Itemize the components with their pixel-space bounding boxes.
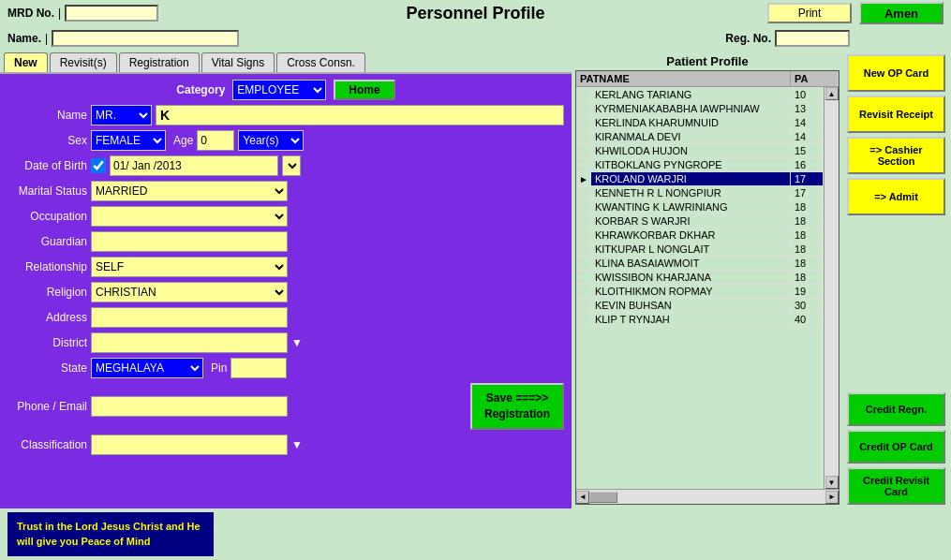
mrd-label: MRD No. (7, 7, 54, 20)
religion-select[interactable]: CHRISTIAN HINDU MUSLIM (91, 282, 288, 302)
credit-regn-button[interactable]: Credit Regn. (847, 392, 945, 426)
table-row[interactable]: KEVIN BUHSAN30 (577, 299, 824, 313)
religion-label: Religion (7, 286, 87, 299)
dob-label: Date of Birth (7, 159, 87, 172)
patient-profile-title: Patient Profile (575, 54, 840, 68)
table-row[interactable]: KLOITHIKMON ROPMAY19 (577, 285, 824, 299)
district-arrow: ▼ (291, 336, 303, 349)
occupation-select[interactable] (91, 206, 288, 227)
hscroll-right[interactable]: ► (825, 491, 839, 504)
table-row[interactable]: KLINA BASAIAWMOIT18 (577, 257, 824, 271)
credit-op-card-button[interactable]: Credit OP Card (847, 430, 945, 464)
table-row[interactable]: KORBAR S WARJRI18 (577, 214, 824, 228)
phone-label: Phone / Email (7, 400, 87, 413)
category-select[interactable]: EMPLOYEE PATIENT (232, 80, 326, 100)
name-field-label: Name (7, 109, 87, 122)
sex-label: Sex (7, 134, 87, 147)
tab-cross-consn[interactable]: Cross Consn. (276, 52, 365, 72)
relationship-select[interactable]: SELF FATHER MOTHER SPOUSE (91, 257, 288, 277)
table-row[interactable]: KENNETH R L NONGPIUR17 (577, 186, 824, 200)
district-input[interactable] (91, 332, 288, 353)
admit-button[interactable]: => Admit (847, 178, 945, 215)
name-separator: | (45, 32, 48, 45)
relationship-label: Relationship (7, 260, 87, 273)
mrd-input[interactable] (65, 5, 158, 22)
name-label: Name. (7, 32, 41, 45)
guardian-label: Guardian (7, 235, 87, 248)
credit-revisit-card-button[interactable]: Credit Revisit Card (847, 467, 945, 505)
classification-arrow: ▼ (291, 438, 303, 451)
col-pa: PA (791, 71, 824, 86)
sex-select[interactable]: FEMALE MALE (91, 130, 166, 151)
table-row[interactable]: KITBOKLANG PYNGROPE16 (577, 158, 824, 172)
state-label: State (7, 361, 87, 375)
reg-input[interactable] (775, 30, 850, 47)
district-label: District (7, 336, 87, 349)
dob-select[interactable] (282, 155, 301, 176)
scrollbar-down[interactable]: ▼ (825, 476, 839, 489)
patient-table-scroll: KERLANG TARIANG10KYRMENIAKABABHA IAWPHNI… (576, 87, 824, 489)
tab-registration[interactable]: Registration (119, 52, 200, 72)
table-row[interactable]: KHRAWKORBAR DKHAR18 (577, 228, 824, 243)
table-row[interactable]: KIRANMALA DEVI14 (577, 130, 824, 144)
age-label: Age (173, 134, 193, 147)
tab-revisit[interactable]: Revisit(s) (50, 52, 117, 72)
address-input[interactable] (91, 307, 288, 328)
patient-table: KERLANG TARIANG10KYRMENIAKABABHA IAWPHNI… (576, 87, 824, 327)
scrollbar-up[interactable]: ▲ (825, 87, 839, 100)
col-patname: PATNAME (576, 71, 791, 86)
revisit-receipt-button[interactable]: Revisit Receipt (847, 96, 945, 133)
name-title-select[interactable]: MR. MRS. MS. (91, 105, 152, 125)
marital-label: Marital Status (7, 184, 87, 198)
table-row[interactable]: KITKUPAR L NONGLAIT18 (577, 243, 824, 257)
classification-label: Classification (7, 438, 87, 451)
print-button[interactable]: Print (767, 3, 852, 23)
category-label: Category (176, 83, 225, 96)
mrd-separator: | (58, 7, 61, 20)
table-row[interactable]: ►KROLAND WARJRI17 (577, 172, 824, 186)
state-select[interactable]: MEGHALAYA ASSAM (91, 358, 203, 378)
pin-input[interactable] (230, 358, 287, 378)
table-row[interactable]: KLIP T RYNJAH40 (577, 313, 824, 327)
name-input[interactable] (156, 105, 564, 125)
year-select[interactable]: Year(s) Month(s) Day(s) (238, 130, 304, 151)
home-button[interactable]: Home (334, 80, 394, 100)
table-row[interactable]: KYRMENIAKABABHA IAWPHNIAW13 (577, 102, 824, 116)
table-row[interactable]: KERLINDA KHARUMNUID14 (577, 116, 824, 130)
marital-select[interactable]: MARRIED SINGLE WIDOWED (91, 181, 288, 201)
age-input[interactable] (197, 130, 234, 151)
phone-input[interactable] (91, 396, 288, 417)
table-row[interactable]: KHWILODA HUJON15 (577, 144, 824, 158)
pin-label: Pin (211, 361, 227, 375)
classification-input[interactable] (91, 435, 288, 455)
dob-checkbox[interactable] (91, 158, 106, 173)
tab-vital-signs[interactable]: Vital Signs (201, 52, 275, 72)
occupation-label: Occupation (7, 210, 87, 223)
tab-new[interactable]: New (4, 52, 48, 72)
cashier-section-button[interactable]: => Cashier Section (847, 137, 945, 174)
amen-button[interactable]: Amen (859, 2, 944, 24)
table-row[interactable]: KWANTING K LAWRINIANG18 (577, 200, 824, 214)
address-label: Address (7, 311, 87, 324)
table-row[interactable]: KWISSIBON KHARJANA18 (577, 271, 824, 285)
reg-label: Reg. No. (725, 32, 771, 45)
new-op-card-button[interactable]: New OP Card (847, 54, 945, 92)
name-header-input[interactable] (52, 30, 239, 47)
page-title: Personnel Profile (406, 4, 544, 22)
save-button[interactable]: Save ===>>Registration (470, 383, 564, 430)
footer-message: Trust in the Lord Jesus Christ and He wi… (7, 512, 214, 556)
guardian-input[interactable] (91, 231, 288, 252)
hscroll-left[interactable]: ◄ (576, 491, 589, 504)
table-row[interactable]: KERLANG TARIANG10 (577, 88, 824, 102)
dob-input[interactable] (110, 155, 278, 176)
